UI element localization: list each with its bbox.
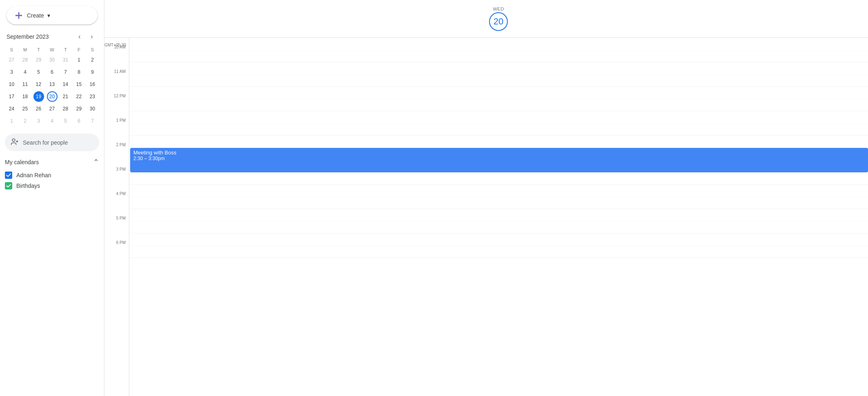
mini-cal-title: September 2023 bbox=[7, 33, 49, 40]
time-label: 11 AM bbox=[104, 72, 129, 96]
mini-cal-day[interactable]: 30 bbox=[86, 103, 99, 115]
search-people-label: Search for people bbox=[23, 139, 68, 146]
time-label: 6 PM bbox=[104, 243, 129, 267]
mini-cal-day[interactable]: 28 bbox=[59, 103, 72, 115]
create-button[interactable]: Create ▾ bbox=[7, 7, 97, 24]
hour-line bbox=[129, 62, 868, 87]
hour-line bbox=[129, 38, 868, 62]
dow-sun: S bbox=[5, 46, 18, 54]
hour-line bbox=[129, 233, 868, 258]
dow-sat: S bbox=[86, 46, 99, 54]
mini-cal-day[interactable]: 4 bbox=[18, 66, 32, 78]
mini-cal-day[interactable]: 4 bbox=[45, 115, 59, 127]
mini-cal-day[interactable]: 15 bbox=[72, 78, 86, 90]
mini-cal-day[interactable]: 14 bbox=[59, 78, 72, 90]
hour-line bbox=[129, 87, 868, 111]
hour-line bbox=[129, 209, 868, 233]
mini-calendar: September 2023 ‹ › S M T W T F S 2728293… bbox=[0, 31, 104, 127]
mini-cal-day[interactable]: 24 bbox=[5, 103, 18, 115]
svg-point-2 bbox=[12, 139, 15, 142]
mini-cal-day[interactable]: 3 bbox=[5, 66, 18, 78]
event-time: 2:30 – 3:30pm bbox=[133, 156, 865, 161]
time-grid-container: GMT+05:30 10 AM11 AM12 PM1 PM2 PM3 PM4 P… bbox=[104, 38, 868, 396]
event-title: Meeting with Boss bbox=[133, 150, 865, 156]
mini-cal-day[interactable]: 6 bbox=[45, 66, 59, 78]
my-calendars-section: My calendars ⌃ Adnan Rehan Birthdays bbox=[0, 154, 104, 194]
time-label: 10 AM bbox=[104, 47, 129, 72]
day-header: WED 20 bbox=[104, 0, 868, 38]
mini-cal-day[interactable]: 11 bbox=[18, 78, 32, 90]
calendar-checkbox-adnan[interactable] bbox=[5, 172, 12, 179]
mini-cal-day[interactable]: 29 bbox=[72, 103, 86, 115]
day-header-col: WED 20 bbox=[129, 3, 868, 34]
mini-cal-grid: S M T W T F S 27282930311234567891011121… bbox=[5, 46, 99, 127]
time-label: 1 PM bbox=[104, 121, 129, 145]
mini-cal-day[interactable]: 20 bbox=[45, 90, 59, 103]
calendar-item-birthdays[interactable]: Birthdays bbox=[5, 180, 99, 191]
dow-mon: M bbox=[18, 46, 32, 54]
mini-cal-day[interactable]: 7 bbox=[86, 115, 99, 127]
day-label: WED bbox=[493, 7, 504, 11]
mini-cal-day[interactable]: 13 bbox=[45, 78, 59, 90]
dropdown-icon: ▾ bbox=[47, 12, 50, 19]
mini-cal-day[interactable]: 21 bbox=[59, 90, 72, 103]
hour-line bbox=[129, 111, 868, 136]
time-labels: 10 AM11 AM12 PM1 PM2 PM3 PM4 PM5 PM6 PM bbox=[104, 47, 129, 267]
mini-cal-day[interactable]: 12 bbox=[32, 78, 45, 90]
mini-cal-day[interactable]: 28 bbox=[18, 54, 32, 66]
people-icon bbox=[11, 138, 19, 147]
calendar-label-birthdays: Birthdays bbox=[16, 183, 40, 189]
my-calendars-title: My calendars bbox=[5, 159, 39, 165]
calendar-label-adnan: Adnan Rehan bbox=[16, 172, 51, 178]
time-label: 3 PM bbox=[104, 169, 129, 194]
mini-cal-day[interactable]: 23 bbox=[86, 90, 99, 103]
time-labels-col: GMT+05:30 10 AM11 AM12 PM1 PM2 PM3 PM4 P… bbox=[104, 38, 129, 396]
event-meeting-with-boss[interactable]: Meeting with Boss2:30 – 3:30pm bbox=[130, 148, 868, 172]
mini-cal-day[interactable]: 25 bbox=[18, 103, 32, 115]
mini-cal-day[interactable]: 17 bbox=[5, 90, 18, 103]
mini-cal-day[interactable]: 6 bbox=[72, 115, 86, 127]
time-label: 4 PM bbox=[104, 194, 129, 218]
time-label: 2 PM bbox=[104, 145, 129, 169]
mini-cal-day[interactable]: 19 bbox=[32, 90, 45, 103]
dow-wed: W bbox=[45, 46, 59, 54]
mini-cal-day[interactable]: 27 bbox=[5, 54, 18, 66]
mini-cal-day[interactable]: 7 bbox=[59, 66, 72, 78]
search-people-input[interactable]: Search for people bbox=[5, 134, 99, 151]
mini-cal-day[interactable]: 22 bbox=[72, 90, 86, 103]
google-plus-icon bbox=[14, 11, 24, 20]
mini-cal-day[interactable]: 5 bbox=[59, 115, 72, 127]
create-label: Create bbox=[27, 12, 44, 19]
mini-cal-day[interactable]: 27 bbox=[45, 103, 59, 115]
mini-cal-day[interactable]: 1 bbox=[5, 115, 18, 127]
dow-tue: T bbox=[32, 46, 45, 54]
mini-cal-day[interactable]: 31 bbox=[59, 54, 72, 66]
mini-cal-day[interactable]: 2 bbox=[18, 115, 32, 127]
mini-cal-day[interactable]: 16 bbox=[86, 78, 99, 90]
mini-cal-day[interactable]: 10 bbox=[5, 78, 18, 90]
mini-cal-day[interactable]: 29 bbox=[32, 54, 45, 66]
collapse-calendars-button[interactable]: ⌃ bbox=[93, 158, 99, 167]
hour-line bbox=[129, 185, 868, 209]
dow-thu: T bbox=[59, 46, 72, 54]
dow-fri: F bbox=[72, 46, 86, 54]
time-label: 12 PM bbox=[104, 96, 129, 121]
mini-cal-day[interactable]: 1 bbox=[72, 54, 86, 66]
calendar-checkbox-birthdays[interactable] bbox=[5, 182, 12, 189]
mini-cal-day[interactable]: 9 bbox=[86, 66, 99, 78]
mini-cal-day[interactable]: 26 bbox=[32, 103, 45, 115]
day-number[interactable]: 20 bbox=[489, 12, 508, 31]
mini-cal-day[interactable]: 2 bbox=[86, 54, 99, 66]
day-column[interactable]: Meeting with Boss2:30 – 3:30pm bbox=[129, 38, 868, 396]
calendar-item-adnan[interactable]: Adnan Rehan bbox=[5, 170, 99, 180]
mini-cal-day[interactable]: 8 bbox=[72, 66, 86, 78]
mini-cal-day[interactable]: 30 bbox=[45, 54, 59, 66]
time-label: 5 PM bbox=[104, 218, 129, 243]
mini-cal-day[interactable]: 3 bbox=[32, 115, 45, 127]
main-calendar: WED 20 GMT+05:30 10 AM11 AM12 PM1 PM2 PM… bbox=[104, 0, 868, 396]
mini-cal-day[interactable]: 18 bbox=[18, 90, 32, 103]
next-month-button[interactable]: › bbox=[86, 31, 97, 42]
sidebar: Create ▾ September 2023 ‹ › S M T W T F … bbox=[0, 0, 104, 396]
prev-month-button[interactable]: ‹ bbox=[74, 31, 85, 42]
mini-cal-day[interactable]: 5 bbox=[32, 66, 45, 78]
